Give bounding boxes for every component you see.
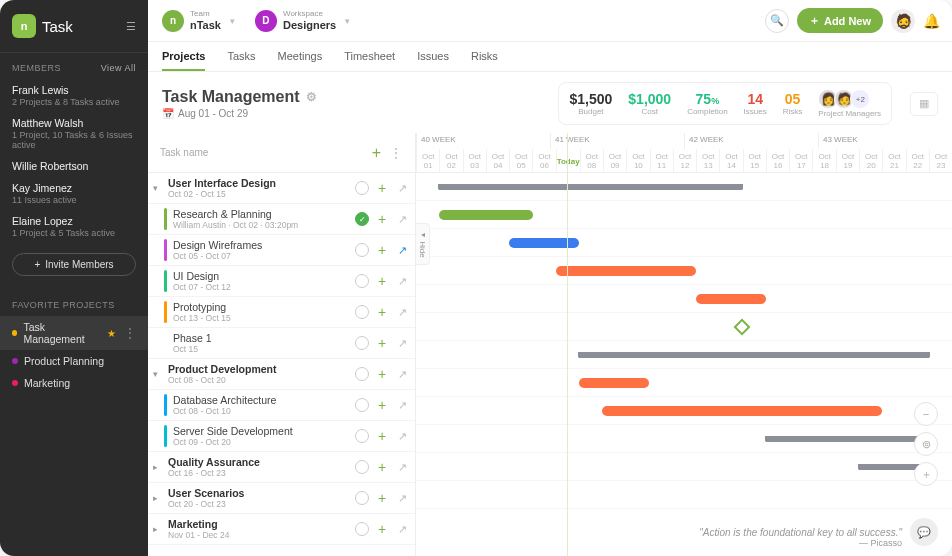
- tab-projects[interactable]: Projects: [162, 50, 205, 71]
- task-bar[interactable]: [556, 266, 696, 276]
- task-row[interactable]: ▸Quality AssuranceOct 16 - Oct 23+↗: [148, 452, 415, 483]
- tab-meetings[interactable]: Meetings: [278, 50, 323, 71]
- chevron-down-icon[interactable]: ▸: [148, 493, 162, 503]
- add-subtask-button[interactable]: +: [375, 304, 389, 320]
- task-row[interactable]: Design WireframesOct 05 - Oct 07+↗: [148, 235, 415, 266]
- task-row[interactable]: ▾User Interface DesignOct 02 - Oct 15+↗: [148, 173, 415, 204]
- add-task-button[interactable]: +: [372, 144, 381, 162]
- summary-bar[interactable]: [766, 436, 929, 442]
- tab-timesheet[interactable]: Timesheet: [344, 50, 395, 71]
- tab-tasks[interactable]: Tasks: [227, 50, 255, 71]
- complete-toggle[interactable]: [355, 398, 369, 412]
- external-link-icon[interactable]: ↗: [395, 275, 409, 288]
- sidebar-member[interactable]: Matthew Walsh1 Project, 10 Tasks & 6 Iss…: [0, 112, 148, 155]
- milestone-marker[interactable]: [734, 319, 751, 336]
- external-link-icon[interactable]: ↗: [395, 306, 409, 319]
- add-subtask-button[interactable]: +: [375, 490, 389, 506]
- summary-bar[interactable]: [579, 352, 929, 358]
- chevron-down-icon[interactable]: ▸: [148, 462, 162, 472]
- complete-toggle[interactable]: [355, 491, 369, 505]
- member-sub: 1 Project & 5 Tasks active: [12, 228, 136, 238]
- external-link-icon[interactable]: ↗: [395, 368, 409, 381]
- chevron-down-icon[interactable]: ▾: [148, 369, 162, 379]
- add-subtask-button[interactable]: +: [375, 459, 389, 475]
- app-logo[interactable]: n Task ☰: [0, 0, 148, 53]
- complete-toggle[interactable]: [355, 305, 369, 319]
- task-bar[interactable]: [579, 378, 649, 388]
- task-row[interactable]: Database ArchitectureOct 08 - Oct 10+↗: [148, 390, 415, 421]
- sidebar-member[interactable]: Elaine Lopez1 Project & 5 Tasks active: [0, 210, 148, 243]
- add-subtask-button[interactable]: +: [375, 428, 389, 444]
- zoom-fit-button[interactable]: ⊚: [914, 432, 938, 456]
- sidebar-project[interactable]: Product Planning: [0, 350, 148, 372]
- tab-risks[interactable]: Risks: [471, 50, 498, 71]
- star-icon[interactable]: ★: [107, 328, 116, 339]
- bell-icon[interactable]: 🔔: [923, 13, 940, 29]
- complete-toggle[interactable]: [355, 429, 369, 443]
- team-selector[interactable]: n Team nTask ▾: [160, 8, 245, 34]
- external-link-icon[interactable]: ↗: [395, 244, 409, 257]
- hamburger-icon[interactable]: ☰: [126, 20, 136, 33]
- task-row[interactable]: ▸MarketingNov 01 - Dec 24+↗: [148, 514, 415, 545]
- chevron-down-icon[interactable]: ▾: [148, 183, 162, 193]
- task-row[interactable]: ▾Product DevelopmentOct 08 - Oct 20+↗: [148, 359, 415, 390]
- task-bar[interactable]: [602, 406, 882, 416]
- external-link-icon[interactable]: ↗: [395, 430, 409, 443]
- task-row[interactable]: UI DesignOct 07 - Oct 12+↗: [148, 266, 415, 297]
- add-subtask-button[interactable]: +: [375, 521, 389, 537]
- task-row[interactable]: ▸User ScenariosOct 20 - Oct 23+↗: [148, 483, 415, 514]
- task-list-menu[interactable]: ⋮: [389, 145, 403, 161]
- task-row[interactable]: Research & PlanningWilliam Austin · Oct …: [148, 204, 415, 235]
- zoom-out-button[interactable]: −: [914, 402, 938, 426]
- chevron-down-icon[interactable]: ▸: [148, 524, 162, 534]
- add-subtask-button[interactable]: +: [375, 273, 389, 289]
- sidebar-project[interactable]: Task Management★⋮: [0, 316, 148, 350]
- user-avatar[interactable]: 🧔: [891, 9, 915, 33]
- add-subtask-button[interactable]: +: [375, 211, 389, 227]
- complete-toggle[interactable]: [355, 243, 369, 257]
- task-row[interactable]: PrototypingOct 13 - Oct 15+↗: [148, 297, 415, 328]
- task-row[interactable]: Server Side DevelopmentOct 09 - Oct 20+↗: [148, 421, 415, 452]
- invite-members-button[interactable]: + Invite Members: [12, 253, 136, 276]
- add-subtask-button[interactable]: +: [375, 366, 389, 382]
- add-subtask-button[interactable]: +: [375, 180, 389, 196]
- add-subtask-button[interactable]: +: [375, 335, 389, 351]
- complete-toggle[interactable]: [355, 274, 369, 288]
- kebab-icon[interactable]: ⋮: [124, 326, 136, 340]
- complete-toggle[interactable]: [355, 181, 369, 195]
- task-bar[interactable]: [439, 210, 532, 220]
- external-link-icon[interactable]: ↗: [395, 399, 409, 412]
- chat-icon[interactable]: 💬: [910, 518, 938, 546]
- complete-toggle[interactable]: [355, 367, 369, 381]
- task-bar[interactable]: [696, 294, 766, 304]
- complete-toggle[interactable]: [355, 522, 369, 536]
- tab-issues[interactable]: Issues: [417, 50, 449, 71]
- workspace-selector[interactable]: D Workspace Designers ▾: [253, 8, 360, 34]
- external-link-icon[interactable]: ↗: [395, 337, 409, 350]
- task-bar[interactable]: [509, 238, 579, 248]
- gear-icon[interactable]: ⚙: [306, 90, 317, 104]
- external-link-icon[interactable]: ↗: [395, 461, 409, 474]
- external-link-icon[interactable]: ↗: [395, 182, 409, 195]
- add-new-button[interactable]: ＋ Add New: [797, 8, 883, 33]
- add-subtask-button[interactable]: +: [375, 397, 389, 413]
- external-link-icon[interactable]: ↗: [395, 492, 409, 505]
- sidebar-member[interactable]: Willie Robertson: [0, 155, 148, 177]
- project-managers-avatars[interactable]: 👩🧑 +2: [818, 89, 881, 109]
- search-button[interactable]: 🔍: [765, 9, 789, 33]
- add-subtask-button[interactable]: +: [375, 242, 389, 258]
- sidebar-project[interactable]: Marketing: [0, 372, 148, 394]
- view-all-link[interactable]: View All: [101, 63, 136, 73]
- hide-panel-toggle[interactable]: ◂ Hide: [416, 223, 430, 265]
- view-toggle-button[interactable]: ▦: [910, 92, 938, 116]
- external-link-icon[interactable]: ↗: [395, 523, 409, 536]
- summary-bar[interactable]: [439, 184, 742, 190]
- complete-toggle[interactable]: ✓: [355, 212, 369, 226]
- external-link-icon[interactable]: ↗: [395, 213, 409, 226]
- complete-toggle[interactable]: [355, 336, 369, 350]
- sidebar-member[interactable]: Kay Jimenez11 Issues active: [0, 177, 148, 210]
- zoom-in-button[interactable]: ＋: [914, 462, 938, 486]
- complete-toggle[interactable]: [355, 460, 369, 474]
- sidebar-member[interactable]: Frank Lewis2 Projects & 8 Tasks active: [0, 79, 148, 112]
- task-row[interactable]: Phase 1Oct 15+↗: [148, 328, 415, 359]
